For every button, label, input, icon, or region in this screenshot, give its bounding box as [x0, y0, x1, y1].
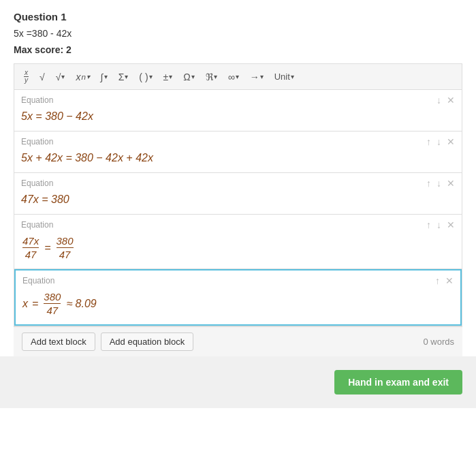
eq-label-3: Equation [21, 179, 455, 188]
sqrt-drop-button[interactable]: √▾ [53, 70, 68, 84]
eq-close-1[interactable]: ✕ [445, 95, 456, 105]
omega-button[interactable]: Ω▾ [180, 70, 197, 84]
sum-button[interactable]: Σ▾ [116, 70, 131, 84]
xn-button[interactable]: xn▾ [73, 70, 92, 84]
eq-down-1[interactable]: ↓ [435, 95, 443, 105]
add-text-button[interactable]: Add text block [22, 332, 95, 351]
eq-content-3: 47x = 380 [21, 191, 455, 208]
equation-block-5: Equation x = 380 47 ≈ 8.09 ↑ ✕ [14, 269, 462, 326]
eq-label-4: Equation [21, 220, 455, 230]
max-score-value: 2 [66, 44, 72, 55]
eq-label-1: Equation [21, 95, 455, 105]
equations-container: Equation 5x = 380 − 42x ↓ ✕ Equation 5x … [14, 89, 462, 326]
eq-controls-3: ↑ ↓ ✕ [425, 179, 456, 188]
paren-button[interactable]: ( )▾ [136, 70, 155, 84]
sqrt-button[interactable]: √ [37, 70, 48, 84]
eq-label-2: Equation [21, 137, 455, 146]
eq-content-4: 47x 47 = 380 47 [21, 232, 455, 263]
fraction-button[interactable]: x y [21, 68, 31, 85]
arrow-button[interactable]: →▾ [247, 70, 266, 84]
footer-area: Hand in exam and exit [0, 356, 476, 408]
hand-in-button[interactable]: Hand in exam and exit [334, 370, 462, 395]
eq-down-3[interactable]: ↓ [435, 179, 443, 188]
content-area: Question 1 5x =380 - 42x Max score: 2 x … [0, 0, 476, 356]
eq-close-2[interactable]: ✕ [445, 137, 456, 146]
eq-up-2[interactable]: ↑ [425, 137, 432, 146]
eq-close-5[interactable]: ✕ [444, 276, 455, 285]
eq-close-4[interactable]: ✕ [445, 220, 456, 230]
eq-controls-2: ↑ ↓ ✕ [425, 137, 456, 146]
eq-content-2: 5x + 42x = 380 − 42x + 42x [21, 149, 455, 167]
fraction-380-47: 380 47 [57, 235, 74, 260]
eq-down-4[interactable]: ↓ [435, 220, 443, 230]
eq-content-5: x = 380 47 ≈ 8.09 [22, 288, 454, 319]
max-score-label: Max score: [14, 44, 63, 55]
eq-controls-1: ↓ ✕ [435, 95, 456, 105]
word-count: 0 words [423, 337, 454, 347]
max-score: Max score: 2 [14, 44, 462, 55]
fraction-47x-47: 47x 47 [22, 235, 39, 260]
question-title: Question 1 [14, 11, 462, 22]
question-equation: 5x =380 - 42x [14, 28, 462, 39]
equation-block-1: Equation 5x = 380 − 42x ↓ ✕ [14, 90, 462, 132]
eq-up-4[interactable]: ↑ [425, 220, 432, 230]
bottom-bar-left: Add text block Add equation block [22, 332, 193, 351]
eq-down-2[interactable]: ↓ [435, 137, 443, 146]
plusminus-button[interactable]: ±▾ [161, 70, 176, 84]
frakR-button[interactable]: ℜ▾ [203, 70, 220, 84]
math-toolbar: x y √ √▾ xn▾ ∫▾ Σ▾ ( )▾ ±▾ Ω▾ ℜ▾ ∞▾ →▾ U… [14, 63, 462, 89]
page-container: Question 1 5x =380 - 42x Max score: 2 x … [0, 0, 476, 464]
eq-close-3[interactable]: ✕ [445, 179, 456, 188]
eq-controls-4: ↑ ↓ ✕ [425, 220, 456, 230]
eq-controls-5: ↑ ✕ [434, 276, 455, 285]
eq-up-3[interactable]: ↑ [425, 179, 432, 188]
integral-button[interactable]: ∫▾ [98, 70, 110, 84]
equation-block-2: Equation 5x + 42x = 380 − 42x + 42x ↑ ↓ … [14, 132, 462, 173]
eq-up-5[interactable]: ↑ [434, 276, 441, 285]
unit-button[interactable]: Unit▾ [272, 70, 297, 83]
eq-label-5: Equation [22, 276, 454, 285]
equation-block-3: Equation 47x = 380 ↑ ↓ ✕ [14, 173, 462, 215]
add-equation-button[interactable]: Add equation block [101, 332, 194, 351]
equation-block-4: Equation 47x 47 = 380 47 ↑ ↓ ✕ [14, 215, 462, 269]
bottom-bar: Add text block Add equation block 0 word… [14, 326, 462, 356]
eq-content-1: 5x = 380 − 42x [21, 108, 455, 125]
inf-button[interactable]: ∞▾ [225, 70, 242, 84]
fraction-380-47-eq5: 380 47 [44, 291, 61, 316]
